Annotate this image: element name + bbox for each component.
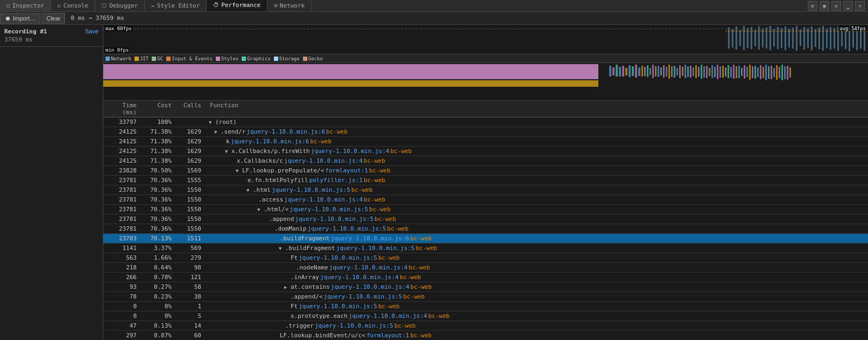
table-row[interactable]: 2378170.36%1550 .access jquery-1.10.0.mi…: [103, 195, 868, 205]
table-row[interactable]: 780.23%38 .append/< jquery-1.10.0.min.js…: [103, 292, 868, 302]
table-row[interactable]: 2378170.36%1550 .domManip jquery-1.10.0.…: [103, 224, 868, 234]
table-row[interactable]: 2180.64%98 .nodeName jquery-1.10.0.min.j…: [103, 263, 868, 273]
legend-input-events[interactable]: Input & Events: [166, 56, 213, 61]
table-row[interactable]: 2412571.38%1629 x.Callbacks/c jquery-1.1…: [103, 156, 868, 166]
cell-calls: 1511: [176, 234, 206, 243]
cell-calls: 1550: [176, 195, 206, 204]
function-file[interactable]: jquery-1.10.0.min.js:5: [299, 303, 377, 310]
table-row[interactable]: 470.13%14 .trigger jquery-1.10.0.min.js:…: [103, 321, 868, 331]
legend-graphics[interactable]: Graphics: [242, 56, 270, 61]
close-devtools-icon[interactable]: ✕: [855, 1, 865, 11]
import-button[interactable]: ⏺ Import…: [0, 13, 40, 24]
expand-collapse-icon[interactable]: ▼: [279, 246, 284, 251]
expand-collapse-icon[interactable]: ▼: [246, 188, 252, 193]
waterfall-area[interactable]: [103, 63, 868, 101]
table-row[interactable]: 2970.87%60 LF.lookup.bindEvent/u/c< form…: [103, 331, 868, 340]
svg-rect-101: [776, 65, 778, 80]
expand-collapse-icon[interactable]: ▼: [225, 149, 230, 154]
table-row[interactable]: 33797100%▼(root): [103, 117, 868, 127]
svg-rect-93: [754, 66, 756, 79]
tab-inspector[interactable]: ◻ Inspector: [0, 0, 51, 11]
table-row[interactable]: 2378170.36%1555 e.fn.htmlPolyfill polyfi…: [103, 176, 868, 185]
expand-collapse-icon[interactable]: ▼: [257, 207, 263, 212]
function-file[interactable]: formlayout:1: [366, 332, 409, 339]
function-file[interactable]: formlayout:1: [325, 167, 368, 174]
expand-collapse-icon[interactable]: ▼: [214, 129, 220, 135]
function-file[interactable]: jquery-1.10.0.min.js:6: [231, 138, 309, 145]
import-icon: ⏺: [5, 15, 11, 22]
table-row[interactable]: 11413.37%569▼.buildFragment jquery-1.10.…: [103, 244, 868, 253]
svg-rect-90: [746, 67, 748, 77]
svg-rect-11: [766, 27, 767, 48]
split-console-icon[interactable]: ▣: [820, 1, 829, 11]
function-name: .append: [269, 216, 294, 223]
function-file[interactable]: jquery-1.10.0.min.js:5: [290, 206, 368, 213]
tab-bar: ◻ Inspector ▷ Console ⬡ Debugger ✏ Style…: [0, 0, 868, 12]
minimize-icon[interactable]: ▁: [843, 1, 853, 11]
clear-button[interactable]: Clear: [41, 13, 65, 24]
function-file[interactable]: polyfiller.js:1: [309, 177, 363, 184]
table-row[interactable]: 5631.66%279 Ft jquery-1.10.0.min.js:5 bc…: [103, 253, 868, 263]
function-file[interactable]: jquery-1.10.0.min.js:4: [284, 157, 363, 164]
function-file[interactable]: jquery-1.10.0.min.js:6: [331, 235, 410, 242]
cell-function: .append/< jquery-1.10.0.min.js:5 bc-web: [206, 293, 868, 300]
svg-rect-48: [632, 66, 634, 76]
table-row[interactable]: 2378170.36%1550▼.html jquery-1.10.0.min.…: [103, 185, 868, 195]
svg-rect-26: [822, 26, 824, 51]
svg-rect-20: [800, 30, 801, 46]
table-row[interactable]: 00%1 Ft jquery-1.10.0.min.js:5 bc-web: [103, 302, 868, 311]
function-file[interactable]: jquery-1.10.0.min.js:5: [295, 216, 373, 223]
function-file[interactable]: jquery-1.10.0.min.js:4: [331, 283, 410, 290]
tab-performance[interactable]: ⏱ Performance: [207, 0, 267, 11]
responsive-design-icon[interactable]: ⊞: [808, 1, 817, 11]
table-row[interactable]: 2378170.36%1550▼.html/< jquery-1.10.0.mi…: [103, 205, 868, 214]
table-row[interactable]: 2660.78%121 .inArray jquery-1.10.0.min.j…: [103, 273, 868, 282]
legend-storage[interactable]: Storage: [274, 56, 300, 61]
expand-collapse-icon[interactable]: ▼: [236, 168, 241, 174]
expand-collapse-icon[interactable]: ▶: [284, 285, 290, 290]
table-row[interactable]: 930.27%58▶at.contains jquery-1.10.0.min.…: [103, 282, 868, 292]
save-button[interactable]: Save: [85, 28, 98, 34]
function-file[interactable]: jquery-1.10.0.min.js:4: [349, 313, 427, 320]
function-file[interactable]: jquery-1.10.0.min.js:4: [311, 148, 390, 155]
legend-gc[interactable]: GC: [152, 56, 163, 61]
expand-collapse-icon[interactable]: ▼: [209, 120, 214, 125]
tab-style-editor[interactable]: ✏ Style Editor: [145, 0, 207, 11]
function-source: bc-web: [410, 235, 432, 242]
function-name: (root): [215, 119, 237, 126]
call-tree[interactable]: Time (ms) Cost Calls Function 33797100%▼…: [103, 101, 868, 340]
cell-cost: 71.38%: [141, 137, 176, 146]
function-file[interactable]: jquery-1.10.0.min.js:5: [315, 322, 393, 329]
svg-rect-86: [736, 66, 737, 78]
fps-chart[interactable]: max 60fps min 0fps avg 54fps: [103, 25, 868, 54]
function-file[interactable]: jquery-1.10.0.min.js:4: [329, 264, 408, 271]
settings-icon[interactable]: ⚙: [831, 1, 841, 11]
function-file[interactable]: jquery-1.10.0.min.js:4: [320, 274, 399, 281]
function-file[interactable]: jquery-1.10.0.min.js:5: [324, 293, 403, 300]
tab-network[interactable]: ≋ Network: [267, 0, 312, 11]
legend-gecko[interactable]: Gecko: [303, 56, 323, 61]
table-row[interactable]: 2412571.38%1629▼.send/r jquery-1.10.0.mi…: [103, 127, 868, 137]
table-row[interactable]: 00%5 x.prototype.each jquery-1.10.0.min.…: [103, 311, 868, 321]
table-row[interactable]: 2382870.50%1569▼LF.lookup.prePopulate/< …: [103, 166, 868, 176]
table-row[interactable]: 2412571.38%1629 k jquery-1.10.0.min.js:6…: [103, 137, 868, 147]
table-row[interactable]: 2370370.13%1511 .buildFragment jquery-1.…: [103, 234, 868, 244]
cell-time: 93: [103, 282, 141, 292]
table-row[interactable]: 2378170.36%1550 .append jquery-1.10.0.mi…: [103, 214, 868, 224]
function-file[interactable]: jquery-1.10.0.min.js:5: [299, 254, 377, 261]
function-file[interactable]: jquery-1.10.0.min.js:5: [308, 225, 386, 232]
function-file[interactable]: jquery-1.10.0.min.js:5: [272, 186, 350, 193]
function-file[interactable]: jquery-1.10.0.min.js:5: [336, 245, 415, 252]
legend-styles[interactable]: Styles: [216, 56, 239, 61]
fps-min-label: min 0fps: [104, 47, 130, 53]
legend-network[interactable]: Network: [105, 56, 131, 61]
legend-jit[interactable]: JIT: [135, 56, 149, 61]
cell-function: .nodeName jquery-1.10.0.min.js:4 bc-web: [206, 264, 868, 271]
function-file[interactable]: jquery-1.10.0.min.js:4: [284, 196, 363, 203]
tab-debugger[interactable]: ⬡ Debugger: [95, 0, 145, 11]
cell-function: ▼(root): [206, 119, 868, 126]
tab-console[interactable]: ▷ Console: [51, 0, 95, 11]
function-file[interactable]: jquery-1.10.0.min.js:6: [246, 128, 325, 135]
cell-function: ▼LF.lookup.prePopulate/< formlayout:1 bc…: [206, 167, 868, 174]
table-row[interactable]: 2412571.38%1629▼x.Callbacks/p.fireWith j…: [103, 147, 868, 156]
